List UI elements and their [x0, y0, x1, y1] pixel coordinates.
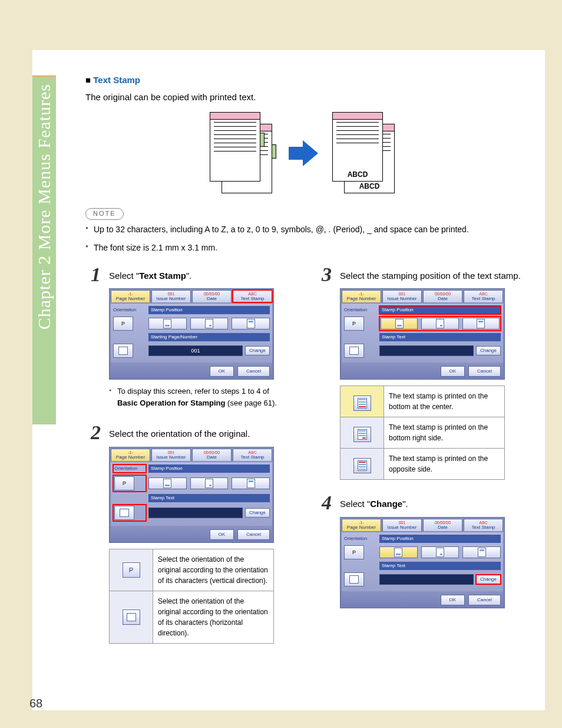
column-left: 1 Select "Text Stamp". -1-Page Number 00…	[85, 265, 290, 657]
orientation-landscape-button[interactable]	[344, 344, 364, 358]
change-button[interactable]: Change	[476, 346, 501, 355]
stamp-position-center-button[interactable]	[148, 477, 187, 489]
label-stamp-position: Stamp Position	[148, 465, 270, 473]
step-4-instruction: Select "Change".	[340, 498, 521, 511]
change-button[interactable]: Change	[476, 575, 501, 584]
diagram-stamped-stack: ABCD ABCD	[332, 112, 397, 195]
step-4: 4 Select "Change". -1-Page Number 001Iss…	[316, 493, 521, 614]
table-row: The text stamp is printed on the bottom …	[340, 417, 505, 449]
ok-button[interactable]: OK	[441, 595, 465, 605]
tab-page-number[interactable]: -1-Page Number	[342, 290, 381, 302]
orientation-option-desc: Select the orientation of the original a…	[153, 549, 274, 591]
stamp-text-display	[148, 508, 243, 518]
tab-text-stamp[interactable]: ABCText Stamp	[464, 290, 503, 302]
chapter-side-tab: Chapter 2 More Menus Features	[32, 77, 56, 424]
stamp-position-opposite-button[interactable]	[232, 318, 270, 330]
tab-issue-number[interactable]: 001Issue Number	[151, 290, 191, 302]
content-area: Text Stamp The original can be copied wi…	[32, 50, 545, 668]
tab-page-number[interactable]: -1-Page Number	[111, 290, 150, 302]
ok-button[interactable]: OK	[210, 529, 234, 540]
label-orientation: Orientation	[113, 307, 146, 314]
page-number: 68	[29, 697, 42, 710]
tab-text-stamp[interactable]: ABCText Stamp	[233, 290, 272, 302]
stamp-position-right-button[interactable]	[421, 318, 458, 330]
steps-columns: 1 Select "Text Stamp". -1-Page Number 00…	[85, 265, 521, 657]
stamp-position-opposite-button[interactable]	[462, 318, 500, 330]
step-3-instruction: Select the stamping position of the text…	[340, 269, 521, 283]
starting-page-display: 001	[148, 345, 243, 356]
step-1-instruction: Select "Text Stamp".	[109, 269, 290, 283]
label-starting-page: Starting Page/Number	[148, 333, 270, 341]
tab-date[interactable]: 00/00/00Date	[423, 290, 462, 302]
step-1-subnote: To display this screen, refer to steps 1…	[109, 386, 290, 409]
tab-text-stamp[interactable]: ABCText Stamp	[233, 449, 272, 461]
chapter-side-tab-text: Chapter 2 More Menus Features	[34, 77, 54, 337]
step-3: 3 Select the stamping position of the te…	[316, 265, 521, 486]
stamp-position-center-button[interactable]	[379, 546, 418, 558]
tab-issue-number[interactable]: 001Issue Number	[382, 290, 422, 302]
step-number: 4	[316, 493, 332, 513]
tab-date[interactable]: 00/00/00Date	[423, 519, 462, 531]
cancel-button[interactable]: Cancel	[468, 366, 501, 377]
label-stamp-text: Stamp Text	[148, 494, 270, 502]
ok-button[interactable]: OK	[210, 366, 234, 377]
label-orientation: Orientation	[113, 465, 146, 473]
table-row: P Select the orientation of the original…	[110, 549, 274, 591]
step-1: 1 Select "Text Stamp". -1-Page Number 00…	[85, 265, 290, 416]
note-item: Up to 32 characters, including A to Z, a…	[85, 223, 521, 236]
stamp-position-right-button[interactable]	[421, 546, 459, 558]
screenshot-step1: -1-Page Number 001Issue Number 00/00/00D…	[109, 288, 274, 380]
column-right: 3 Select the stamping position of the te…	[316, 265, 521, 657]
orientation-portrait-button[interactable]: P	[344, 545, 364, 559]
orientation-portrait-button[interactable]: P	[113, 317, 133, 331]
ok-button[interactable]: OK	[441, 366, 465, 377]
label-stamp-text: Stamp Text	[379, 562, 501, 570]
change-button[interactable]: Change	[245, 508, 270, 518]
diagram-stamp-text-front: ABCD	[333, 168, 382, 181]
orientation-option-desc: Select the orientation of the original a…	[153, 591, 274, 644]
diagram-stamp-text-back: ABCD	[345, 180, 394, 193]
orientation-landscape-button[interactable]	[113, 344, 133, 358]
label-orientation: Orientation	[344, 307, 377, 314]
tab-page-number[interactable]: -1-Page Number	[111, 449, 150, 461]
label-orientation: Orientation	[344, 535, 377, 542]
cancel-button[interactable]: Cancel	[237, 529, 270, 540]
stamp-position-right-button[interactable]	[190, 477, 229, 489]
step-2-instruction: Select the orientation of the original.	[109, 427, 290, 441]
stamp-position-opposite-button[interactable]	[462, 546, 501, 558]
note-item: The font size is 2.1 mm x 3.1 mm.	[85, 242, 521, 254]
orientation-options-table: P Select the orientation of the original…	[109, 549, 274, 644]
table-row: The text stamp is printed on the bottom …	[340, 386, 505, 417]
screenshot-step2: -1-Page Number 001Issue Number 00/00/00D…	[109, 447, 274, 543]
position-option-desc: The text stamp is printed on the bottom …	[384, 417, 505, 449]
tab-issue-number[interactable]: 001Issue Number	[151, 449, 191, 461]
position-right-icon	[353, 427, 371, 442]
label-stamp-position: Stamp Position	[379, 535, 501, 543]
orientation-landscape-button[interactable]	[114, 506, 134, 520]
orientation-landscape-button[interactable]	[344, 572, 364, 587]
table-row: The text stamp is printed on the opposit…	[340, 449, 505, 480]
cancel-button[interactable]: Cancel	[468, 595, 501, 605]
screenshot-step4: -1-Page Number 001Issue Number 00/00/00D…	[340, 517, 505, 608]
stamp-position-center-button[interactable]	[381, 318, 418, 330]
step-number: 3	[316, 265, 332, 285]
tab-issue-number[interactable]: 001Issue Number	[382, 519, 422, 531]
table-row: Select the orientation of the original a…	[110, 591, 274, 644]
stamp-position-center-button[interactable]	[148, 318, 187, 330]
stamp-position-right-button[interactable]	[190, 318, 229, 330]
orientation-portrait-button[interactable]: P	[344, 317, 364, 331]
note-label: NOTE	[85, 208, 124, 220]
stamp-position-opposite-button[interactable]	[232, 477, 270, 489]
tab-date[interactable]: 00/00/00Date	[192, 290, 232, 302]
position-options-table: The text stamp is printed on the bottom …	[340, 386, 505, 480]
cancel-button[interactable]: Cancel	[237, 366, 270, 377]
step-number: 2	[85, 423, 101, 443]
section-title: Text Stamp	[85, 74, 521, 87]
orientation-portrait-button[interactable]: P	[114, 476, 134, 490]
position-option-desc: The text stamp is printed on the bottom …	[384, 386, 505, 417]
change-button[interactable]: Change	[245, 346, 270, 355]
label-stamp-position: Stamp Position	[148, 306, 270, 314]
tab-date[interactable]: 00/00/00Date	[192, 449, 232, 461]
tab-text-stamp[interactable]: ABCText Stamp	[464, 519, 503, 531]
tab-page-number[interactable]: -1-Page Number	[342, 519, 381, 531]
